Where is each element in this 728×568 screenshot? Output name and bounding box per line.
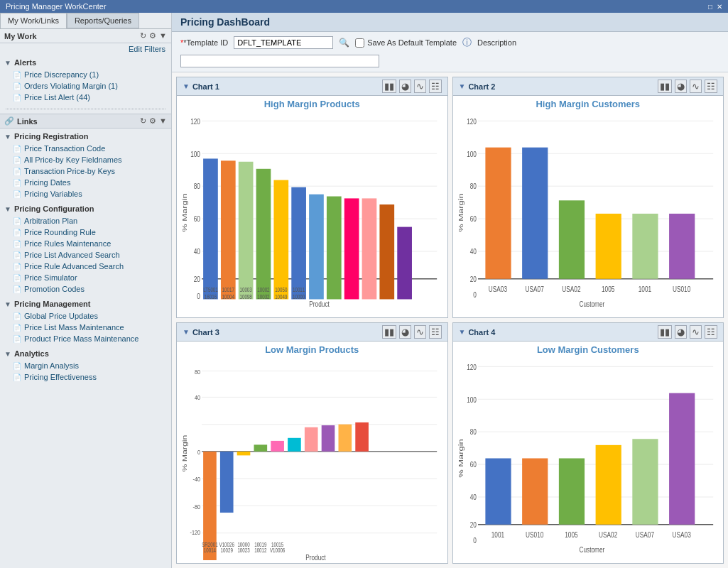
list-item[interactable]: 📄Price Rules Maintenance [0, 238, 171, 249]
price-list-mass-link[interactable]: Price List Mass Maintenance [24, 323, 124, 332]
template-id-input[interactable] [234, 36, 333, 49]
chart2-collapse-icon[interactable]: ▼ [459, 82, 466, 90]
chart3-line-icon[interactable]: ∿ [414, 325, 426, 339]
list-item[interactable]: 📄Pricing Effectiveness [0, 371, 171, 383]
svg-text:1001: 1001 [491, 530, 504, 540]
pricing-variables-link[interactable]: Pricing Variables [24, 190, 82, 198]
links-settings-icon[interactable]: ⚙ [149, 116, 156, 126]
list-item[interactable]: 📄 Price Discrepancy (1) [0, 69, 171, 80]
chart1-pie-icon[interactable]: ◕ [399, 80, 411, 93]
list-item[interactable]: 📄Price Simulator [0, 272, 171, 283]
svg-text:10000: 10000 [293, 293, 305, 300]
pricing-configuration-header[interactable]: ▼ Pricing Configuration [0, 202, 171, 215]
chart4-bar-icon[interactable]: ▮▮ [658, 325, 672, 339]
svg-rect-58 [669, 214, 695, 279]
tab-reports-queries[interactable]: Reports/Queries [67, 13, 139, 28]
list-item[interactable]: 📄 Price List Alert (44) [0, 92, 171, 103]
tab-my-work-links[interactable]: My Work/Links [0, 13, 67, 28]
price-simulator-link[interactable]: Price Simulator [24, 273, 77, 282]
list-item[interactable]: 📄Price Rule Advanced Search [0, 261, 171, 272]
list-item[interactable]: 📄Price Rounding Rule [0, 226, 171, 238]
price-rounding-rule-link[interactable]: Price Rounding Rule [24, 228, 96, 236]
pricing-effectiveness-link[interactable]: Pricing Effectiveness [24, 373, 97, 381]
transaction-price-by-keys-link[interactable]: Transaction Price-by Keys [24, 167, 115, 175]
list-item[interactable]: 📄Price Transaction Code [0, 143, 171, 154]
chart4-line-icon[interactable]: ∿ [690, 325, 702, 339]
list-item[interactable]: 📄Pricing Variables [0, 188, 171, 200]
svg-text:10004: 10004 [222, 293, 234, 300]
chart1-line-icon[interactable]: ∿ [414, 80, 426, 93]
chart3-collapse-icon[interactable]: ▼ [183, 328, 190, 336]
list-item[interactable]: 📄Arbitration Plan [0, 215, 171, 226]
chart3-table-icon[interactable]: ☷ [429, 325, 442, 339]
edit-filters-link[interactable]: Edit Filters [129, 45, 165, 53]
pricing-dates-link[interactable]: Pricing Dates [24, 178, 70, 187]
list-item[interactable]: 📄Margin Analysis [0, 360, 171, 371]
orders-violating-link[interactable]: Orders Violating Margin (1) [24, 82, 118, 90]
svg-rect-15 [221, 160, 236, 299]
list-item[interactable]: 📄Price List Advanced Search [0, 249, 171, 261]
price-list-advanced-search-link[interactable]: Price List Advanced Search [24, 251, 120, 259]
settings-icon[interactable]: ⚙ [149, 31, 156, 40]
alerts-header[interactable]: ▼ Alerts [0, 56, 171, 69]
save-default-label[interactable]: Save As Default Template [355, 38, 457, 48]
margin-analysis-link[interactable]: Margin Analysis [24, 361, 79, 370]
link-icon: 📄 [13, 285, 21, 293]
list-item[interactable]: 📄Global Price Updates [0, 310, 171, 322]
list-item[interactable]: 📄Product Price Mass Maintenance [0, 333, 171, 344]
list-item[interactable]: 📄 Orders Violating Margin (1) [0, 80, 171, 92]
list-item[interactable]: 📄Pricing Dates [0, 177, 171, 188]
chart2-line-icon[interactable]: ∿ [690, 80, 702, 93]
save-default-checkbox[interactable] [355, 38, 364, 48]
chart4-pie-icon[interactable]: ◕ [675, 325, 687, 339]
svg-text:-120: -120 [190, 528, 201, 536]
svg-text:USA03: USA03 [488, 285, 507, 294]
svg-rect-21 [327, 197, 342, 300]
links-chevron-icon[interactable]: ▼ [159, 116, 167, 126]
chart4-header: ▼ Chart 4 ▮▮ ◕ ∿ ☷ [453, 323, 724, 342]
close-btn[interactable]: ✕ [717, 3, 722, 11]
refresh-icon[interactable]: ↻ [140, 31, 146, 40]
template-search-icon[interactable]: 🔍 [339, 38, 349, 48]
price-rules-maintenance-link[interactable]: Price Rules Maintenance [24, 239, 111, 248]
chart2-table-icon[interactable]: ☷ [705, 80, 717, 93]
chart3-pie-icon[interactable]: ◕ [399, 325, 411, 339]
chevron-down-icon[interactable]: ▼ [159, 31, 167, 40]
all-price-by-key-link[interactable]: All Price-by Key Fieldnames [24, 155, 122, 164]
list-item[interactable]: 📄Promotion Codes [0, 283, 171, 295]
global-price-updates-link[interactable]: Global Price Updates [24, 312, 98, 320]
description-input[interactable] [180, 55, 379, 67]
list-item[interactable]: 📄Transaction Price-by Keys [0, 165, 171, 177]
svg-text:60: 60 [469, 460, 477, 469]
chart3-header-left: ▼ Chart 3 [183, 328, 219, 337]
link-icon: 📄 [13, 229, 21, 236]
product-price-mass-link[interactable]: Product Price Mass Maintenance [24, 334, 138, 343]
chart2-bar-icon[interactable]: ▮▮ [658, 80, 672, 93]
chart4-collapse-icon[interactable]: ▼ [459, 328, 466, 336]
chart2-pie-icon[interactable]: ◕ [675, 80, 687, 93]
chart1-label: Chart 1 [192, 82, 219, 91]
svg-rect-57 [632, 214, 658, 279]
svg-text:0: 0 [197, 292, 200, 301]
chart1-table-icon[interactable]: ☷ [429, 80, 442, 93]
info-icon[interactable]: ⓘ [462, 36, 472, 49]
pricing-management-header[interactable]: ▼ Pricing Management [0, 297, 171, 310]
chart2-area: % Margin 120 100 80 60 [456, 111, 721, 315]
link-icon: 📄 [13, 312, 21, 320]
chart1-bar-icon[interactable]: ▮▮ [382, 80, 396, 93]
chart3-bar-icon[interactable]: ▮▮ [382, 325, 396, 339]
list-item[interactable]: 📄Price List Mass Maintenance [0, 322, 171, 333]
list-item[interactable]: 📄All Price-by Key Fieldnames [0, 154, 171, 165]
minimize-btn[interactable]: □ [708, 3, 712, 11]
price-list-alert-link[interactable]: Price List Alert (44) [24, 93, 90, 102]
arbitration-plan-link[interactable]: Arbitration Plan [24, 217, 77, 225]
price-rule-advanced-search-link[interactable]: Price Rule Advanced Search [24, 262, 124, 271]
analytics-header[interactable]: ▼ Analytics [0, 347, 171, 360]
promotion-codes-link[interactable]: Promotion Codes [24, 285, 85, 293]
links-refresh-icon[interactable]: ↻ [140, 116, 146, 126]
price-transaction-code-link[interactable]: Price Transaction Code [24, 144, 105, 153]
price-discrepancy-link[interactable]: Price Discrepancy (1) [24, 70, 99, 79]
chart4-table-icon[interactable]: ☷ [705, 325, 717, 339]
pricing-registration-header[interactable]: ▼ Pricing Registration [0, 130, 171, 143]
chart1-collapse-icon[interactable]: ▼ [183, 82, 190, 90]
